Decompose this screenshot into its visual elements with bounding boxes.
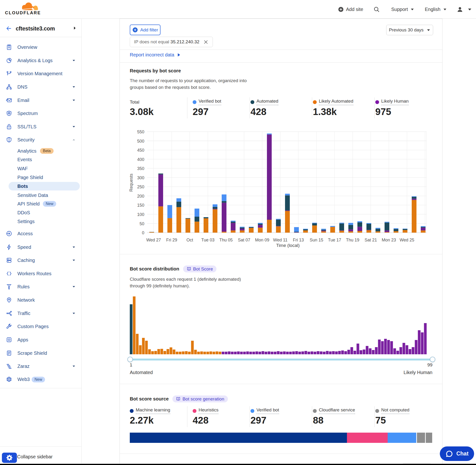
svg-text:450: 450 xyxy=(137,148,144,153)
svg-text:Wed 25: Wed 25 xyxy=(400,238,414,242)
svg-text:400: 400 xyxy=(137,157,144,162)
svg-text:150: 150 xyxy=(137,203,144,208)
svg-text:Sun 15: Sun 15 xyxy=(309,238,323,242)
svg-text:300: 300 xyxy=(137,176,144,180)
svg-text:200: 200 xyxy=(137,194,144,199)
svg-text:Fri 13: Fri 13 xyxy=(293,238,304,242)
svg-text:350: 350 xyxy=(137,166,144,171)
svg-text:Sat 21: Sat 21 xyxy=(365,238,377,242)
svg-text:Fri 29: Fri 29 xyxy=(166,238,177,242)
svg-text:100: 100 xyxy=(137,212,144,217)
svg-text:Tue 03: Tue 03 xyxy=(201,238,214,242)
svg-text:Wed 11: Wed 11 xyxy=(273,238,287,242)
svg-text:Sat 07: Sat 07 xyxy=(238,238,250,242)
svg-text:250: 250 xyxy=(137,185,144,189)
svg-text:Requests: Requests xyxy=(129,174,134,192)
svg-text:Mon 23: Mon 23 xyxy=(382,238,396,242)
svg-text:50: 50 xyxy=(139,222,144,226)
svg-text:Thu 05: Thu 05 xyxy=(219,238,233,242)
svg-text:550: 550 xyxy=(137,129,144,134)
svg-text:Tue 17: Tue 17 xyxy=(328,238,341,242)
svg-text:Thu 19: Thu 19 xyxy=(346,238,359,242)
svg-text:Time (local): Time (local) xyxy=(276,243,300,248)
svg-text:500: 500 xyxy=(137,139,144,144)
svg-text:Wed 27: Wed 27 xyxy=(146,238,161,242)
svg-text:Mon 09: Mon 09 xyxy=(255,238,269,242)
svg-text:Oct: Oct xyxy=(186,238,193,242)
svg-text:0: 0 xyxy=(142,231,144,235)
